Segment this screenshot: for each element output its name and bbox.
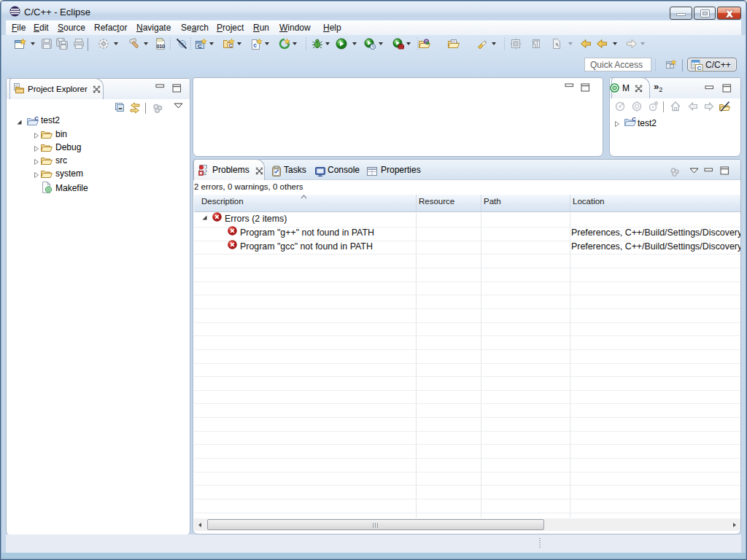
svg-text:C: C: [34, 116, 39, 122]
svg-text:C: C: [198, 43, 202, 50]
svg-text:c: c: [253, 42, 257, 49]
svg-text:C: C: [632, 117, 636, 122]
svg-text:010: 010: [157, 43, 165, 50]
svg-text:C: C: [697, 65, 702, 71]
